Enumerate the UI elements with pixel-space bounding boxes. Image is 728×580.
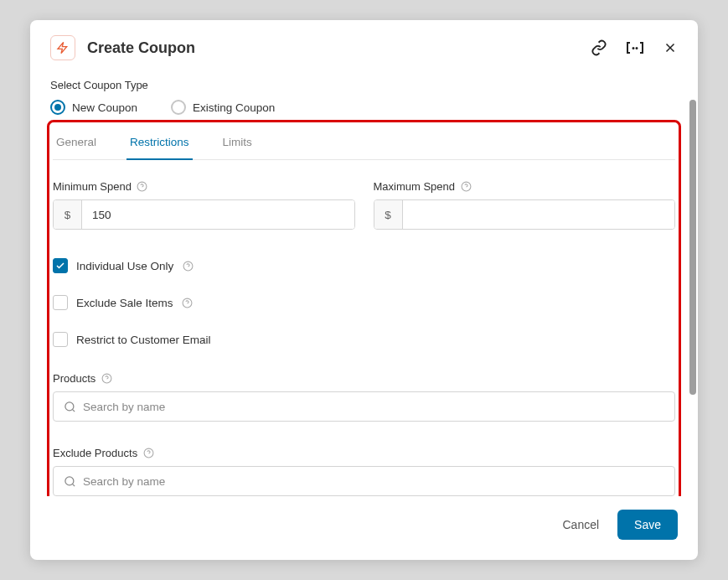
tab-limits[interactable]: Limits [219,127,256,160]
currency-prefix: $ [54,200,82,229]
help-icon[interactable] [460,181,472,193]
max-spend-label-text: Maximum Spend [374,180,456,193]
restrict-email-checkbox[interactable] [53,332,68,347]
restrictions-panel: General Restrictions Limits Minimum Spen… [47,120,681,496]
help-icon[interactable] [142,448,154,459]
min-spend-field: Minimum Spend $ [53,180,355,230]
tab-general[interactable]: General [53,127,100,160]
coupon-type-radio-group: New Coupon Existing Coupon [50,100,678,115]
exclude-products-label-text: Exclude Products [53,447,137,459]
header-actions [591,39,678,56]
svg-point-5 [65,401,74,410]
lightning-icon [50,35,75,60]
radio-circle-checked [50,100,65,115]
min-spend-label: Minimum Spend [53,180,355,193]
scrollbar[interactable] [689,100,696,395]
checkbox-group: Individual Use Only Exclude Sale Items R… [53,258,675,347]
min-spend-label-text: Minimum Spend [53,180,132,193]
exclude-products-label: Exclude Products [53,447,675,459]
save-button[interactable]: Save [617,510,678,540]
products-label: Products [53,372,675,385]
help-icon[interactable] [137,181,148,193]
tab-restrictions[interactable]: Restrictions [126,127,193,160]
max-spend-input-group: $ [374,199,676,230]
individual-use-row: Individual Use Only [53,258,675,273]
create-coupon-modal: Create Coupon Select Coupon Type New Cou… [30,20,698,560]
help-icon[interactable] [182,297,194,308]
modal-header: Create Coupon [30,20,698,70]
svg-point-7 [65,476,74,484]
min-spend-input-group: $ [53,199,355,230]
individual-use-label: Individual Use Only [76,260,173,272]
spend-row: Minimum Spend $ Maximum Spend $ [53,180,675,230]
modal-body: Select Coupon Type New Coupon Existing C… [30,70,698,496]
radio-existing-coupon[interactable]: Existing Coupon [171,100,275,115]
currency-prefix: $ [374,200,403,229]
radio-new-coupon-label: New Coupon [72,101,137,114]
exclude-sale-row: Exclude Sale Items [53,295,675,310]
max-spend-field: Maximum Spend $ [374,180,676,230]
max-spend-label: Maximum Spend [374,180,676,193]
search-icon [64,401,76,413]
modal-footer: Cancel Save [30,496,698,560]
modal-title: Create Coupon [87,39,591,57]
restrict-email-row: Restrict to Customer Email [53,332,675,347]
radio-new-coupon[interactable]: New Coupon [50,100,137,115]
link-icon[interactable] [591,39,607,56]
tabs: General Restrictions Limits [53,122,675,160]
products-search-wrapper [53,391,675,422]
min-spend-input[interactable] [82,200,354,229]
individual-use-checkbox[interactable] [53,258,68,273]
products-section: Products [53,372,675,422]
close-icon[interactable] [663,40,678,55]
radio-existing-coupon-label: Existing Coupon [193,101,275,114]
exclude-products-search-input[interactable] [83,475,664,488]
search-icon [64,475,76,488]
help-icon[interactable] [182,260,194,272]
exclude-products-section: Exclude Products [53,447,675,496]
coupon-type-label: Select Coupon Type [50,79,678,91]
exclude-sale-checkbox[interactable] [53,295,68,310]
cancel-button[interactable]: Cancel [559,511,602,538]
max-spend-input[interactable] [403,200,675,229]
shortcode-icon[interactable] [626,40,644,55]
radio-circle-unchecked [171,100,186,115]
products-search-input[interactable] [83,401,664,413]
products-label-text: Products [53,372,96,385]
help-icon[interactable] [101,373,112,385]
restrict-email-label: Restrict to Customer Email [76,334,211,346]
exclude-products-search-wrapper [53,466,675,496]
exclude-sale-label: Exclude Sale Items [76,297,173,309]
